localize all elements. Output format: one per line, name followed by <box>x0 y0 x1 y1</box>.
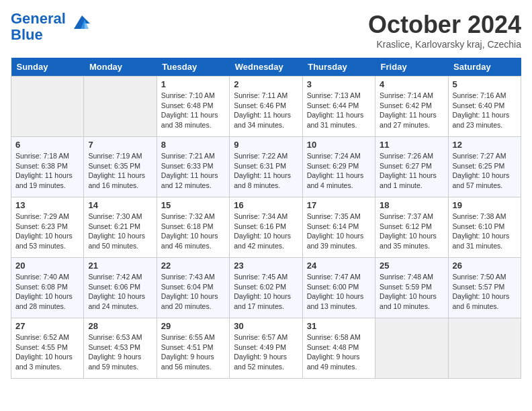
day-info: Sunrise: 7:37 AMSunset: 6:12 PMDaylight:… <box>380 212 443 251</box>
day-number: 13 <box>15 200 79 210</box>
day-number: 9 <box>234 140 298 150</box>
day-number: 11 <box>380 140 443 150</box>
calendar-cell: 25Sunrise: 7:48 AMSunset: 5:59 PMDayligh… <box>375 258 448 318</box>
calendar-cell <box>375 318 448 379</box>
calendar-week-row: 27Sunrise: 6:52 AMSunset: 4:55 PMDayligh… <box>11 318 521 379</box>
day-number: 29 <box>161 321 225 331</box>
day-number: 15 <box>161 200 225 210</box>
day-info: Sunrise: 7:11 AMSunset: 6:46 PMDaylight:… <box>234 91 298 130</box>
calendar-cell: 24Sunrise: 7:47 AMSunset: 6:00 PMDayligh… <box>302 258 375 318</box>
calendar-week-row: 1Sunrise: 7:10 AMSunset: 6:48 PMDaylight… <box>11 77 521 137</box>
calendar-cell <box>84 77 157 137</box>
calendar-cell: 27Sunrise: 6:52 AMSunset: 4:55 PMDayligh… <box>11 318 84 379</box>
day-number: 18 <box>380 200 443 210</box>
day-number: 20 <box>15 261 79 271</box>
day-number: 16 <box>234 200 298 210</box>
weekday-header-thursday: Thursday <box>302 58 375 77</box>
calendar-cell: 10Sunrise: 7:24 AMSunset: 6:29 PMDayligh… <box>302 137 375 197</box>
day-number: 8 <box>161 140 225 150</box>
weekday-header-row: SundayMondayTuesdayWednesdayThursdayFrid… <box>11 58 521 77</box>
day-number: 2 <box>234 79 298 89</box>
calendar-cell: 6Sunrise: 7:18 AMSunset: 6:38 PMDaylight… <box>11 137 84 197</box>
calendar-cell: 28Sunrise: 6:53 AMSunset: 4:53 PMDayligh… <box>84 318 157 379</box>
calendar-cell: 26Sunrise: 7:50 AMSunset: 5:57 PMDayligh… <box>448 258 521 318</box>
day-number: 21 <box>88 261 152 271</box>
weekday-header-friday: Friday <box>375 58 448 77</box>
logo-icon <box>69 14 90 33</box>
day-info: Sunrise: 7:19 AMSunset: 6:35 PMDaylight:… <box>88 151 152 191</box>
day-number: 10 <box>307 140 371 150</box>
calendar-cell: 3Sunrise: 7:13 AMSunset: 6:44 PMDaylight… <box>302 77 375 137</box>
day-info: Sunrise: 7:42 AMSunset: 6:06 PMDaylight:… <box>88 272 152 312</box>
calendar-cell: 13Sunrise: 7:29 AMSunset: 6:23 PMDayligh… <box>11 197 84 258</box>
day-info: Sunrise: 7:13 AMSunset: 6:44 PMDaylight:… <box>307 91 371 130</box>
day-number: 1 <box>161 79 225 89</box>
calendar-cell: 7Sunrise: 7:19 AMSunset: 6:35 PMDaylight… <box>84 137 157 197</box>
month-title: October 2024 <box>368 11 521 39</box>
day-number: 27 <box>15 321 79 331</box>
day-info: Sunrise: 7:14 AMSunset: 6:42 PMDaylight:… <box>380 91 443 130</box>
calendar-cell: 11Sunrise: 7:26 AMSunset: 6:27 PMDayligh… <box>375 137 448 197</box>
calendar-cell: 8Sunrise: 7:21 AMSunset: 6:33 PMDaylight… <box>157 137 229 197</box>
day-info: Sunrise: 6:57 AMSunset: 4:49 PMDaylight:… <box>234 332 298 372</box>
calendar-cell: 14Sunrise: 7:30 AMSunset: 6:21 PMDayligh… <box>84 197 157 258</box>
calendar-cell: 30Sunrise: 6:57 AMSunset: 4:49 PMDayligh… <box>230 318 302 379</box>
calendar-cell <box>448 318 521 379</box>
day-number: 19 <box>453 200 517 210</box>
calendar-cell <box>11 77 84 137</box>
calendar-week-row: 13Sunrise: 7:29 AMSunset: 6:23 PMDayligh… <box>11 197 521 258</box>
calendar-cell: 15Sunrise: 7:32 AMSunset: 6:18 PMDayligh… <box>157 197 229 258</box>
day-info: Sunrise: 7:50 AMSunset: 5:57 PMDaylight:… <box>453 272 517 312</box>
day-info: Sunrise: 7:35 AMSunset: 6:14 PMDaylight:… <box>307 212 371 251</box>
day-info: Sunrise: 6:55 AMSunset: 4:51 PMDaylight:… <box>161 332 225 372</box>
location-subtitle: Kraslice, Karlovarsky kraj, Czechia <box>368 39 521 50</box>
calendar-cell: 4Sunrise: 7:14 AMSunset: 6:42 PMDaylight… <box>375 77 448 137</box>
day-info: Sunrise: 7:45 AMSunset: 6:02 PMDaylight:… <box>234 272 298 312</box>
day-info: Sunrise: 7:34 AMSunset: 6:16 PMDaylight:… <box>234 212 298 251</box>
calendar-cell: 1Sunrise: 7:10 AMSunset: 6:48 PMDaylight… <box>157 77 229 137</box>
weekday-header-saturday: Saturday <box>448 58 521 77</box>
calendar-cell: 20Sunrise: 7:40 AMSunset: 6:08 PMDayligh… <box>11 258 84 318</box>
calendar-week-row: 20Sunrise: 7:40 AMSunset: 6:08 PMDayligh… <box>11 258 521 318</box>
day-info: Sunrise: 7:43 AMSunset: 6:04 PMDaylight:… <box>161 272 225 312</box>
day-info: Sunrise: 7:18 AMSunset: 6:38 PMDaylight:… <box>15 151 79 191</box>
day-number: 14 <box>88 200 152 210</box>
calendar-cell: 21Sunrise: 7:42 AMSunset: 6:06 PMDayligh… <box>84 258 157 318</box>
calendar-week-row: 6Sunrise: 7:18 AMSunset: 6:38 PMDaylight… <box>11 137 521 197</box>
day-info: Sunrise: 6:52 AMSunset: 4:55 PMDaylight:… <box>15 332 79 372</box>
day-info: Sunrise: 7:29 AMSunset: 6:23 PMDaylight:… <box>15 212 79 251</box>
day-number: 3 <box>307 79 371 89</box>
day-number: 23 <box>234 261 298 271</box>
day-info: Sunrise: 7:16 AMSunset: 6:40 PMDaylight:… <box>453 91 517 130</box>
calendar-cell: 29Sunrise: 6:55 AMSunset: 4:51 PMDayligh… <box>157 318 229 379</box>
day-number: 6 <box>15 140 79 150</box>
day-info: Sunrise: 7:26 AMSunset: 6:27 PMDaylight:… <box>380 151 443 191</box>
day-info: Sunrise: 7:47 AMSunset: 6:00 PMDaylight:… <box>307 272 371 312</box>
day-info: Sunrise: 6:53 AMSunset: 4:53 PMDaylight:… <box>88 332 152 372</box>
calendar-cell: 16Sunrise: 7:34 AMSunset: 6:16 PMDayligh… <box>230 197 302 258</box>
calendar-cell: 23Sunrise: 7:45 AMSunset: 6:02 PMDayligh… <box>230 258 302 318</box>
day-number: 26 <box>453 261 517 271</box>
day-info: Sunrise: 6:58 AMSunset: 4:48 PMDaylight:… <box>307 332 371 372</box>
day-number: 7 <box>88 140 152 150</box>
day-number: 12 <box>453 140 517 150</box>
day-number: 30 <box>234 321 298 331</box>
calendar-cell: 12Sunrise: 7:27 AMSunset: 6:25 PMDayligh… <box>448 137 521 197</box>
calendar-cell: 5Sunrise: 7:16 AMSunset: 6:40 PMDaylight… <box>448 77 521 137</box>
calendar-cell: 2Sunrise: 7:11 AMSunset: 6:46 PMDaylight… <box>230 77 302 137</box>
day-number: 25 <box>380 261 443 271</box>
weekday-header-wednesday: Wednesday <box>230 58 302 77</box>
day-info: Sunrise: 7:27 AMSunset: 6:25 PMDaylight:… <box>453 151 517 191</box>
calendar-cell: 19Sunrise: 7:38 AMSunset: 6:10 PMDayligh… <box>448 197 521 258</box>
day-number: 24 <box>307 261 371 271</box>
day-info: Sunrise: 7:48 AMSunset: 5:59 PMDaylight:… <box>380 272 443 312</box>
day-info: Sunrise: 7:24 AMSunset: 6:29 PMDaylight:… <box>307 151 371 191</box>
day-number: 17 <box>307 200 371 210</box>
day-number: 22 <box>161 261 225 271</box>
day-info: Sunrise: 7:30 AMSunset: 6:21 PMDaylight:… <box>88 212 152 251</box>
title-area: October 2024 Kraslice, Karlovarsky kraj,… <box>368 11 521 50</box>
weekday-header-monday: Monday <box>84 58 157 77</box>
calendar-table: SundayMondayTuesdayWednesdayThursdayFrid… <box>11 58 521 379</box>
calendar-cell: 9Sunrise: 7:22 AMSunset: 6:31 PMDaylight… <box>230 137 302 197</box>
page-header: GeneralBlue October 2024 Kraslice, Karlo… <box>11 11 521 50</box>
